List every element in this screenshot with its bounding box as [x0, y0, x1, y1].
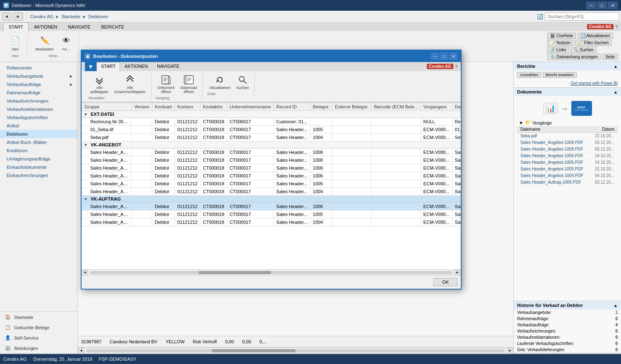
modal-table-container[interactable]: Gruppe Version Kontoart Kontonr. Kontakt…	[82, 102, 461, 269]
col-header-belegnr[interactable]: Belegnr.	[310, 103, 332, 111]
sidebar-item-rahmenauftraege[interactable]: Rahmenaufträge	[0, 89, 77, 97]
search-input[interactable]	[545, 12, 619, 21]
ribbon-btn-bearbeiten[interactable]: ✏️ Bearbeiten	[34, 33, 56, 53]
group-row[interactable]: ▼ EXT-DATEI	[82, 111, 461, 118]
col-header-record-id[interactable]: Record ID	[274, 103, 310, 111]
alle-zusammenklappen-btn[interactable]: Allezusammenklappen	[112, 73, 148, 95]
tab-aktionen[interactable]: AKTIONEN	[29, 22, 63, 31]
aktualisieren-button[interactable]: 🔄 Aktualisieren	[578, 33, 613, 39]
forward-button[interactable]: ►	[13, 12, 23, 21]
minimize-button[interactable]: ─	[586, 2, 596, 9]
col-header-vorgangsnr[interactable]: Vorgangsnr.	[421, 103, 452, 111]
table-row[interactable]: Sales Header_Auftrag-1005... Debitor 011…	[82, 211, 461, 218]
sidebar-item-artikel-buch[interactable]: Artikel Buch.-Blätter	[0, 138, 77, 146]
table-row[interactable]: Sales Header_Angebot-100... Debitor 0112…	[82, 164, 461, 172]
scroll-track[interactable]	[86, 349, 505, 352]
dateianhang-button[interactable]: 📎 Dateianhang anzeigen	[547, 54, 601, 60]
sidebar-item-verkaufsreklamationen[interactable]: Verkaufsreklamationen	[0, 105, 77, 113]
modal-close-btn[interactable]: ✕	[449, 53, 457, 60]
table-row[interactable]: Sales Header_Angebot-100... Debitor 0112…	[82, 172, 461, 180]
table-row[interactable]: Sales Header_Angebot-100... Debitor 0112…	[82, 188, 461, 196]
col-header-barcode[interactable]: Barcode (ECM Bele...	[371, 103, 421, 111]
table-row[interactable]: Sales Header_Auftrag-1004... Debitor 011…	[82, 218, 461, 226]
group-row[interactable]: ▼ VK-AUFTRAG	[82, 196, 461, 203]
sidebar-item-verkaufsrechnungen[interactable]: Verkaufsrechnungen	[0, 97, 77, 105]
sidebar-abteilungen[interactable]: 🏢 Abteilungen	[0, 343, 77, 353]
ribbon-btn-neu[interactable]: 📄 Neu	[7, 33, 24, 53]
file-list-item[interactable]: Sales Header_Angebot-1008.PDF03.12.20...	[517, 146, 618, 153]
sidebar-item-kreditoren[interactable]: Kreditoren	[0, 146, 77, 155]
historie-collapse-icon[interactable]: ▲	[614, 303, 618, 308]
tab-navigate[interactable]: NAVIGATE	[63, 22, 96, 31]
table-row[interactable]: Sales Header_Angebot-100... Debitor 0112…	[82, 180, 461, 188]
modal-scroll-right[interactable]: ►	[454, 270, 461, 275]
aktualisieren-btn[interactable]: Aktualisieren	[207, 73, 233, 91]
modal-help-btn[interactable]: ?	[455, 64, 457, 69]
table-row[interactable]: Sales Header_Auftrag-1006... Debitor 011…	[82, 203, 461, 211]
bericht-erweitern-button[interactable]: Bericht erweitern	[543, 72, 577, 78]
modal-scroll-thumb[interactable]	[199, 271, 271, 274]
col-datum[interactable]: Datum	[602, 127, 614, 132]
sidebar-item-verkaufsangebote[interactable]: Verkaufsangebote▶	[0, 72, 77, 80]
col-header-kontonr[interactable]: Kontonr.	[175, 103, 200, 111]
group-row[interactable]: ▼ VK-ANGEBOT	[82, 141, 461, 148]
modal-tab-navigate[interactable]: NAVIGATE	[152, 62, 184, 71]
tree-expand-icon[interactable]: ▼	[519, 120, 523, 125]
ok-button[interactable]: OK	[433, 278, 457, 286]
sidebar-item-einkaufsrechnungen[interactable]: Einkaufsrechnungen	[0, 171, 77, 180]
onenote-button[interactable]: 📓 OneNote	[547, 33, 576, 39]
file-list-item[interactable]: Sales Header_Angebot-1004.PDF04.10.20...	[517, 172, 618, 179]
table-row[interactable]: 01_Seba.tif Debitor 01121212 CT000018 CT…	[82, 126, 461, 134]
file-list-item[interactable]: Sales Header_Angebot-1006.PDF24.10.20...	[517, 153, 618, 159]
col-header-externe-belegnr[interactable]: Externe Belegnr.	[332, 103, 371, 111]
maximize-button[interactable]: □	[597, 2, 607, 9]
suchen-button[interactable]: 🔍 Suchen	[570, 47, 597, 53]
help-button[interactable]: ?	[615, 24, 618, 29]
links-button[interactable]: 🔗 Links	[547, 47, 569, 53]
scroll-thumb[interactable]	[212, 349, 296, 352]
back-button[interactable]: ◄	[2, 12, 12, 21]
horizontal-scrollbar[interactable]: ◄ ►	[78, 347, 513, 353]
scroll-right-btn[interactable]: ►	[507, 348, 513, 354]
table-row[interactable]: Sales Header_Angebot-100... Debitor 0112…	[82, 156, 461, 164]
modal-tab-aktionen[interactable]: AKTIONEN	[120, 62, 152, 71]
modal-minimize-btn[interactable]: ─	[431, 53, 439, 60]
col-header-unternehmen[interactable]: Unternehmensname	[227, 103, 274, 111]
table-row[interactable]: Sales Header_Angebot-100... Debitor 0112…	[82, 148, 461, 156]
file-list-item[interactable]: Seba.pdf22.10.20...	[517, 133, 618, 139]
modal-maximize-btn[interactable]: □	[440, 53, 448, 60]
sidebar-gebuchte-belege[interactable]: 📋 Gebuchte Belege	[0, 322, 77, 333]
breadcrumb-startseite[interactable]: Startseite	[61, 14, 80, 19]
col-header-version[interactable]: Version	[132, 103, 152, 111]
dokument-oeffnen-btn[interactable]: Dokumentöffnen	[156, 73, 177, 95]
sidebar-item-umlagerungsauftraege[interactable]: Umlagerungsaufträge	[0, 155, 77, 163]
breadcrumb-condex[interactable]: Condex AG	[30, 14, 53, 19]
filter-loeschen-button[interactable]: 🧹 Filter löschen	[575, 40, 611, 46]
breadcrumb-debitoren[interactable]: Debitoren	[88, 14, 108, 19]
col-header-kontaktnr[interactable]: Kontaktnr.	[200, 103, 227, 111]
ribbon-btn-anzeigen[interactable]: 👁 An...	[58, 33, 75, 53]
modal-tab-start[interactable]: START	[96, 62, 120, 71]
nav-refresh-btn[interactable]: 🔄	[537, 14, 543, 19]
col-dateiname[interactable]: Dateiname	[520, 127, 540, 132]
modal-nav-dropdown[interactable]: ▼	[85, 62, 96, 71]
file-list-item[interactable]: Sales Header_Angebot-1005.PDF22.10.20...	[517, 166, 618, 172]
modal-scroll-track[interactable]	[90, 271, 453, 274]
file-list-item[interactable]: Sales Header_Angebot-1008.PDF03.12.20...	[517, 139, 618, 146]
modal-scroll-bar[interactable]: ◄ ►	[82, 269, 461, 275]
tab-berichte[interactable]: BERICHTE	[96, 22, 130, 31]
datensatz-oeffnen-btn[interactable]: Datensatzöffnen	[178, 73, 200, 95]
sidebar-item-verkaufsgutschriften[interactable]: Verkaufsgutschriften	[0, 113, 77, 122]
file-list-item[interactable]: Sales Header_Angebot-1006.PDF24.10.20...	[517, 159, 618, 166]
col-header-kontoart[interactable]: Kontoart	[152, 103, 175, 111]
table-row[interactable]: Rechnung Nr 352123 zur Be... Debitor 011…	[82, 118, 461, 126]
suchen-modal-btn[interactable]: Suchen	[234, 73, 251, 91]
seite-button[interactable]: Seite	[602, 54, 618, 60]
col-header-gruppe[interactable]: Gruppe	[82, 103, 132, 111]
sidebar-self-service[interactable]: 👤 Self-Service	[0, 333, 77, 343]
sidebar-item-debitoren[interactable]: Debitoren	[0, 130, 77, 138]
dokumente-collapse-icon[interactable]: ▲	[614, 90, 618, 94]
berichte-collapse-icon[interactable]: ▲	[614, 64, 618, 69]
sidebar-item-artikel[interactable]: Artikel	[0, 122, 77, 130]
notizen-button[interactable]: 📝 Notizen	[547, 40, 573, 46]
